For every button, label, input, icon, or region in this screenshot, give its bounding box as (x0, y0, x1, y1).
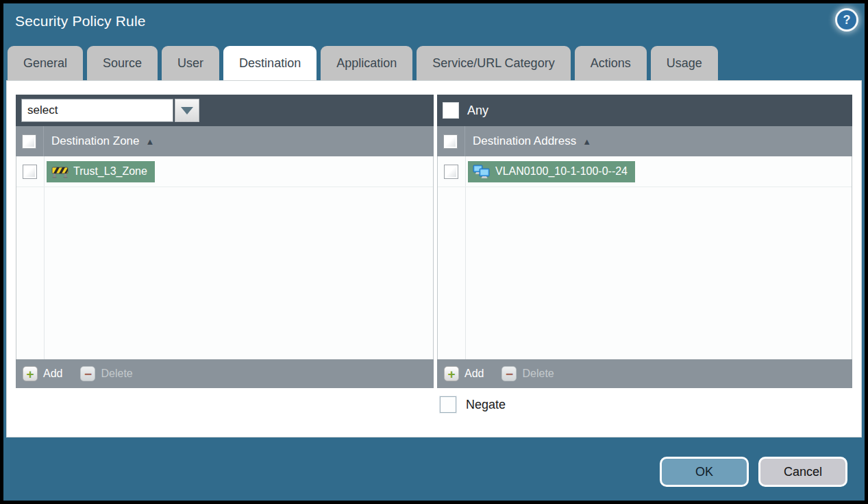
question-mark-glyph: ? (843, 13, 851, 27)
tab-application[interactable]: Application (321, 46, 412, 80)
select-all-addresses-checkbox[interactable] (443, 134, 458, 149)
dropdown-button[interactable] (175, 99, 199, 122)
tab-destination[interactable]: Destination (223, 46, 317, 80)
row-checkbox[interactable] (444, 165, 458, 179)
header-divider (43, 126, 44, 156)
minus-icon: − (80, 366, 95, 381)
cancel-button[interactable]: Cancel (758, 457, 847, 487)
sort-ascending-icon[interactable]: ▲ (146, 136, 155, 147)
add-label: Add (464, 368, 484, 380)
tab-usage[interactable]: Usage (651, 46, 718, 80)
add-address-button[interactable]: + Add (444, 366, 484, 381)
help-icon[interactable]: ? (837, 10, 856, 29)
column-title-destination-zone[interactable]: Destination Zone (51, 134, 140, 148)
plus-icon: + (23, 366, 38, 381)
zone-icon (51, 165, 69, 178)
negate-checkbox[interactable] (440, 396, 456, 413)
delete-zone-button[interactable]: − Delete (80, 366, 132, 381)
tab-source[interactable]: Source (87, 46, 158, 80)
address-panel-footer: + Add − Delete (437, 359, 852, 388)
tab-bar: General Source User Destination Applicat… (8, 46, 722, 80)
tab-general[interactable]: General (8, 46, 83, 80)
address-column-header: Destination Address ▲ (437, 126, 852, 156)
delete-label: Delete (522, 368, 554, 380)
any-label: Any (467, 104, 488, 118)
negate-row: Negate (440, 396, 506, 413)
add-label: Add (43, 368, 62, 380)
zone-select-dropdown[interactable] (21, 99, 199, 122)
negate-label: Negate (466, 398, 506, 412)
delete-label: Delete (101, 368, 132, 380)
zone-panel-footer: + Add − Delete (16, 359, 434, 388)
sort-ascending-icon[interactable]: ▲ (582, 136, 591, 147)
destination-zone-panel: Destination Zone ▲ (16, 95, 434, 388)
address-chip-label: VLAN0100_10-1-100-0--24 (495, 165, 628, 178)
destination-address-panel: Any Destination Address ▲ (437, 95, 852, 388)
add-zone-button[interactable]: + Add (23, 366, 62, 381)
zone-chip-label: Trust_L3_Zone (73, 165, 147, 178)
minus-icon: − (501, 366, 517, 381)
tab-actions[interactable]: Actions (575, 46, 647, 80)
address-icon (473, 165, 491, 179)
ok-button[interactable]: OK (660, 457, 749, 487)
zone-chip-trust-l3[interactable]: Trust_L3_Zone (47, 161, 155, 182)
plus-icon: + (444, 366, 459, 381)
column-title-destination-address[interactable]: Destination Address (473, 134, 576, 148)
any-address-checkbox[interactable] (443, 102, 459, 119)
zone-panel-toolbar (16, 95, 434, 126)
chevron-down-icon (181, 107, 193, 115)
address-chip-vlan0100[interactable]: VLAN0100_10-1-100-0--24 (468, 161, 635, 182)
tab-user[interactable]: User (162, 46, 219, 80)
zone-list: Trust_L3_Zone (16, 156, 434, 359)
row-checkbox[interactable] (23, 165, 37, 179)
address-panel-toolbar: Any (437, 95, 852, 126)
tab-service-url-category[interactable]: Service/URL Category (417, 46, 570, 80)
zone-select-input[interactable] (21, 99, 173, 122)
destination-tab-content: Destination Zone ▲ (6, 80, 862, 437)
select-all-zones-checkbox[interactable] (22, 134, 36, 149)
zone-column-header: Destination Zone ▲ (16, 126, 434, 156)
security-policy-rule-dialog: Security Policy Rule ? General Source Us… (0, 0, 868, 504)
table-row[interactable]: Trust_L3_Zone (16, 156, 433, 187)
dialog-title: Security Policy Rule (15, 13, 146, 29)
table-row[interactable]: VLAN0100_10-1-100-0--24 (438, 156, 852, 187)
header-divider (464, 126, 465, 156)
delete-address-button[interactable]: − Delete (501, 366, 554, 381)
address-list: VLAN0100_10-1-100-0--24 (437, 156, 852, 359)
